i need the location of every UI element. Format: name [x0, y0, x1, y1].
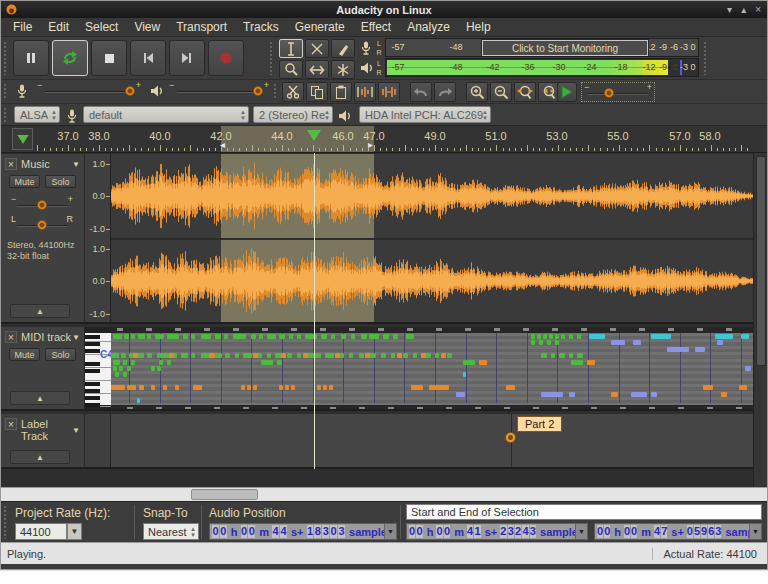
midi-note[interactable]: [577, 353, 583, 358]
time-digit[interactable]: 4: [467, 525, 473, 538]
record-button[interactable]: [208, 40, 244, 76]
midi-note[interactable]: [124, 334, 129, 339]
time-digit[interactable]: 4: [272, 525, 279, 538]
silence-audio-button[interactable]: [378, 82, 400, 102]
midi-note[interactable]: [317, 385, 321, 390]
midi-track-menu[interactable]: MIDI track▼: [21, 331, 80, 343]
midi-note[interactable]: [297, 353, 301, 358]
midi-note[interactable]: [551, 353, 555, 358]
midi-note[interactable]: [131, 334, 135, 339]
project-rate-dropdown[interactable]: ▼: [67, 523, 82, 540]
midi-note[interactable]: [577, 334, 581, 339]
midi-note[interactable]: [191, 353, 195, 358]
midi-note[interactable]: [209, 353, 215, 358]
midi-note[interactable]: [463, 372, 466, 377]
midi-note[interactable]: [335, 353, 340, 358]
midi-note[interactable]: [331, 334, 335, 339]
menu-analyze[interactable]: Analyze: [399, 18, 458, 36]
midi-collapse-button[interactable]: ▲: [10, 391, 70, 405]
midi-note[interactable]: [695, 347, 705, 352]
midi-note[interactable]: [421, 353, 426, 358]
menu-effect[interactable]: Effect: [353, 18, 399, 36]
midi-note[interactable]: [329, 385, 333, 390]
time-digit[interactable]: 3: [530, 525, 536, 538]
playback-volume-slider[interactable]: −+: [169, 82, 269, 100]
recording-meter[interactable]: 0-3-6-9-12-18-24-30-36-42-48-57 Click to…: [385, 38, 699, 57]
menu-file[interactable]: File: [5, 18, 40, 36]
undo-button[interactable]: [410, 82, 432, 102]
midi-note[interactable]: [479, 360, 487, 365]
midi-note[interactable]: [531, 334, 535, 339]
time-digit[interactable]: 4: [654, 525, 660, 538]
selection-mode-select[interactable]: Start and End of Selection: [406, 504, 762, 520]
midi-note[interactable]: [138, 334, 145, 339]
midi-note[interactable]: [547, 340, 551, 345]
time-digit[interactable]: 0: [248, 525, 255, 538]
time-digit[interactable]: 0: [687, 525, 693, 538]
midi-note[interactable]: [243, 353, 252, 358]
midi-note[interactable]: [323, 385, 327, 390]
midi-note[interactable]: [241, 385, 245, 390]
envelope-tool-button[interactable]: [305, 39, 329, 58]
midi-note[interactable]: [291, 385, 295, 390]
midi-close-button[interactable]: ×: [5, 331, 17, 343]
midi-note[interactable]: [127, 385, 136, 390]
midi-note[interactable]: [587, 360, 595, 365]
label-close-button[interactable]: ×: [5, 418, 17, 430]
midi-note[interactable]: [325, 353, 334, 358]
midi-note[interactable]: [589, 334, 605, 339]
minimize-icon[interactable]: ▾: [727, 4, 732, 15]
time-digit[interactable]: 0: [241, 525, 248, 538]
pinned-play-button[interactable]: [12, 128, 33, 150]
skip-to-end-button[interactable]: [169, 40, 205, 76]
selection-left-arrow[interactable]: ◂: [220, 140, 225, 150]
midi-note[interactable]: [381, 353, 386, 358]
edit-toolbar-grip[interactable]: [273, 83, 278, 100]
mixer-toolbar-grip[interactable]: [3, 83, 8, 100]
midi-note[interactable]: [341, 334, 346, 339]
midi-note[interactable]: [411, 385, 423, 390]
midi-note[interactable]: [267, 334, 276, 339]
label-track-panel[interactable]: × Label Track▼ ▲: [1, 414, 85, 469]
midi-note[interactable]: [289, 334, 293, 339]
midi-note[interactable]: [321, 334, 327, 339]
music-collapse-button[interactable]: ▲: [10, 304, 70, 318]
time-digit[interactable]: 4: [280, 525, 287, 538]
music-track-waveform[interactable]: [111, 154, 753, 324]
midi-note[interactable]: [555, 334, 559, 339]
zoom-tool-button[interactable]: [279, 60, 303, 79]
midi-note[interactable]: [253, 385, 257, 390]
selection-start-field[interactable]: 00h00m41s+23243samples▼: [406, 523, 588, 540]
midi-note[interactable]: [561, 334, 565, 339]
play-at-speed-grip[interactable]: [549, 83, 554, 100]
music-vertical-ruler[interactable]: 1.00.0-1.01.00.0-1.0: [85, 154, 111, 324]
midi-note[interactable]: [121, 353, 126, 358]
time-digit[interactable]: 0: [631, 525, 637, 538]
midi-note[interactable]: [349, 353, 353, 358]
midi-note[interactable]: [365, 353, 370, 358]
time-digit[interactable]: 6: [708, 525, 714, 538]
midi-note[interactable]: [413, 353, 417, 358]
midi-note[interactable]: [406, 334, 414, 339]
play-speed-slider[interactable]: −+: [584, 84, 652, 102]
midi-note[interactable]: [403, 353, 408, 358]
midi-note[interactable]: [383, 334, 389, 339]
recording-device-select[interactable]: default▲▼: [83, 106, 249, 123]
midi-note[interactable]: [721, 392, 727, 397]
midi-note[interactable]: [541, 353, 547, 358]
time-format-dropdown[interactable]: ▼: [749, 524, 761, 539]
midi-solo-button[interactable]: Solo: [45, 348, 76, 361]
midi-note[interactable]: [123, 372, 127, 377]
loop-play-button[interactable]: [52, 40, 88, 76]
label-track-content[interactable]: Part 2: [111, 414, 753, 469]
midi-note[interactable]: [167, 334, 179, 339]
midi-note[interactable]: [667, 347, 689, 352]
music-mute-button[interactable]: Mute: [9, 175, 40, 188]
midi-note[interactable]: [537, 334, 541, 339]
midi-note[interactable]: [741, 334, 749, 339]
horizontal-scrollbar-thumb[interactable]: [191, 489, 258, 500]
midi-note[interactable]: [569, 392, 575, 397]
midi-note[interactable]: [549, 334, 553, 339]
snap-to-select[interactable]: Nearest ▲▼: [143, 523, 199, 540]
menu-help[interactable]: Help: [458, 18, 499, 36]
